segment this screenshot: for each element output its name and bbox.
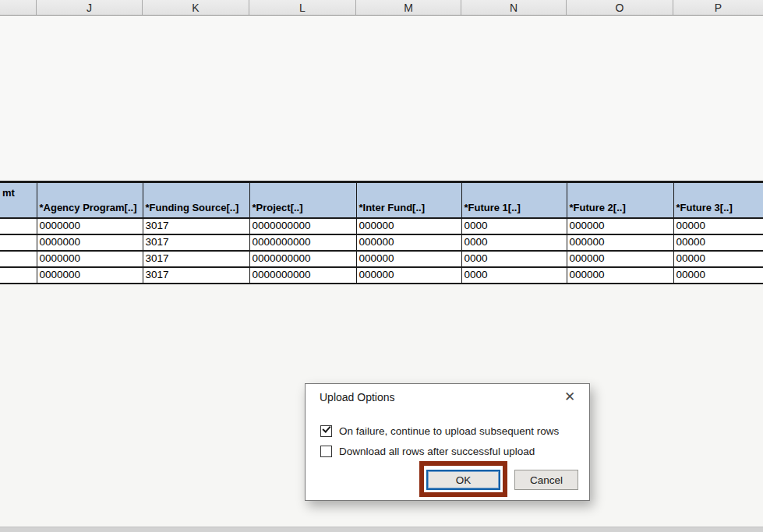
cell[interactable]: 3017: [143, 267, 249, 284]
cell[interactable]: 0000000000: [249, 234, 356, 251]
cell[interactable]: 3017: [143, 218, 249, 234]
column-header-P[interactable]: P: [673, 0, 763, 15]
checkbox-row-download-after-upload: Download all rows after successful uploa…: [320, 444, 535, 458]
cell[interactable]: [0, 218, 37, 234]
checkbox-download-after-upload[interactable]: [320, 446, 332, 457]
table-row: 0000000 3017 0000000000 000000 0000 0000…: [0, 218, 763, 234]
column-header-N[interactable]: N: [461, 0, 567, 15]
table-row: 0000000 3017 0000000000 000000 0000 0000…: [0, 251, 763, 267]
header-cell-amt[interactable]: mt: [0, 182, 37, 218]
column-header-J[interactable]: J: [37, 0, 143, 15]
cell[interactable]: [0, 234, 37, 251]
column-header-K[interactable]: K: [143, 0, 249, 15]
bottom-edge-bar: [0, 527, 763, 532]
header-cell-future-1[interactable]: *Future 1[..]: [461, 182, 567, 218]
cell[interactable]: [0, 251, 37, 267]
cell[interactable]: [0, 267, 37, 284]
cell[interactable]: 0000000: [37, 218, 143, 234]
cell[interactable]: 000000: [356, 218, 461, 234]
table-row: 0000000 3017 0000000000 000000 0000 0000…: [0, 234, 763, 251]
screenshot-stage: J K L M N O P mt *Agency Program[..] *Fu…: [0, 0, 763, 532]
column-header-L[interactable]: L: [249, 0, 356, 15]
table-header-row: mt *Agency Program[..] *Funding Source[.…: [0, 182, 763, 218]
cell[interactable]: 0000000: [37, 234, 143, 251]
cell[interactable]: 0000: [461, 267, 567, 284]
cell[interactable]: 000000: [567, 218, 673, 234]
header-cell-funding-source[interactable]: *Funding Source[..]: [143, 182, 249, 218]
empty-sheet-area[interactable]: [0, 16, 763, 181]
dialog-title: Upload Options: [320, 391, 395, 403]
cell[interactable]: 0000000: [37, 251, 143, 267]
column-header-M[interactable]: M: [356, 0, 461, 15]
cell[interactable]: 000000: [567, 251, 673, 267]
cell[interactable]: 00000: [673, 218, 763, 234]
cell[interactable]: 0000: [461, 218, 567, 234]
cell[interactable]: 000000: [356, 251, 461, 267]
header-cell-inter-fund[interactable]: *Inter Fund[..]: [356, 182, 461, 218]
header-cell-project[interactable]: *Project[..]: [249, 182, 356, 218]
column-header-bar: J K L M N O P: [0, 0, 763, 16]
upload-options-dialog: Upload Options ✕ On failure, continue to…: [305, 383, 590, 501]
cell[interactable]: 0000000000: [249, 218, 356, 234]
header-cell-future-2[interactable]: *Future 2[..]: [567, 182, 673, 218]
column-header-O[interactable]: O: [567, 0, 673, 15]
cell[interactable]: 00000: [673, 267, 763, 284]
cell[interactable]: 0000: [461, 234, 567, 251]
header-cell-agency-program[interactable]: *Agency Program[..]: [37, 182, 143, 218]
cell[interactable]: 0000000000: [249, 251, 356, 267]
cell[interactable]: 0000000000: [249, 267, 356, 284]
cell[interactable]: 000000: [356, 267, 461, 284]
header-cell-future-3[interactable]: *Future 3[..]: [673, 182, 763, 218]
table-row: 0000000 3017 0000000000 000000 0000 0000…: [0, 267, 763, 284]
upload-template-table: mt *Agency Program[..] *Funding Source[.…: [0, 181, 763, 284]
cell[interactable]: 0000000: [37, 267, 143, 284]
checkbox-row-continue-on-failure: On failure, continue to upload subsequen…: [320, 424, 559, 438]
cancel-button[interactable]: Cancel: [514, 470, 578, 490]
cell[interactable]: 3017: [143, 251, 249, 267]
close-icon[interactable]: ✕: [560, 387, 580, 406]
checkbox-continue-on-failure[interactable]: [320, 425, 332, 437]
cell[interactable]: 00000: [673, 251, 763, 267]
ok-button[interactable]: OK: [426, 470, 500, 490]
cell[interactable]: 000000: [567, 267, 673, 284]
cell[interactable]: 00000: [673, 234, 763, 251]
cell[interactable]: 0000: [461, 251, 567, 267]
checkbox-label: Download all rows after successful uploa…: [339, 446, 535, 457]
column-header-blank[interactable]: [0, 0, 37, 15]
checkbox-label: On failure, continue to upload subsequen…: [339, 425, 559, 437]
cell[interactable]: 000000: [356, 234, 461, 251]
cell[interactable]: 3017: [143, 234, 249, 251]
cell[interactable]: 000000: [567, 234, 673, 251]
